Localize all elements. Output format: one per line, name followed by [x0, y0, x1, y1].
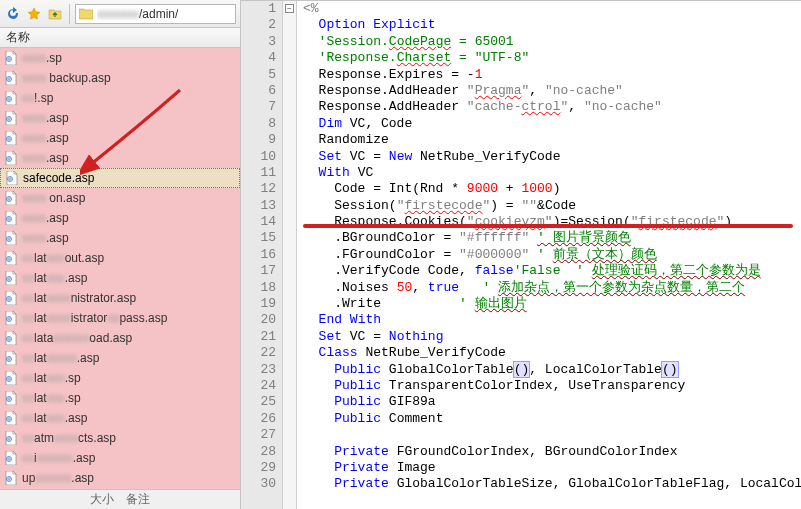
file-item[interactable]: xxxx.asp: [0, 208, 240, 228]
file-item[interactable]: xxxx.asp: [0, 128, 240, 148]
file-item[interactable]: xxxx on.asp: [0, 188, 240, 208]
code-line[interactable]: Randomize: [303, 132, 801, 148]
code-line[interactable]: Public Comment: [303, 411, 801, 427]
code-line[interactable]: Class NetRube_VerifyCode: [303, 345, 801, 361]
file-item[interactable]: xxlatxxxout.asp: [0, 248, 240, 268]
file-item[interactable]: xxlatxxxxistratorxxpass.asp: [0, 308, 240, 328]
code-line[interactable]: 'Response.Charset = "UTF-8": [303, 50, 801, 66]
status-bar: 大小 备注: [0, 489, 240, 509]
code-line[interactable]: Response.AddHeader "cache-ctrol", "no-ca…: [303, 99, 801, 115]
code-line[interactable]: End With: [303, 312, 801, 328]
file-item[interactable]: upxxxxxx.asp: [0, 468, 240, 488]
path-input[interactable]: xxxxxxx/admin/: [75, 4, 236, 24]
file-item[interactable]: xxlataxxxxxxoad.asp: [0, 328, 240, 348]
file-item[interactable]: xxixxxxxx.asp: [0, 448, 240, 468]
annotation-underline: [303, 224, 793, 228]
file-item[interactable]: xxlatxxxxnistrator.asp: [0, 288, 240, 308]
path-text: xxxxxxx/admin/: [97, 7, 178, 21]
file-explorer-panel: xxxxxxx/admin/ 名称 xxxx.spxxxx backup.asp…: [0, 0, 241, 509]
code-area[interactable]: <% Option Explicit 'Session.CodePage = 6…: [297, 1, 801, 509]
size-label: 大小: [90, 491, 114, 508]
code-line[interactable]: .Noises 50, true ' 添加杂点，第一个参数为杂点数量，第二个: [303, 280, 801, 296]
note-label: 备注: [126, 491, 150, 508]
column-header-name[interactable]: 名称: [0, 28, 240, 48]
code-line[interactable]: Set VC = Nothing: [303, 329, 801, 345]
refresh-icon[interactable]: [4, 5, 22, 23]
file-item[interactable]: xxlatxxx.sp: [0, 368, 240, 388]
code-line[interactable]: Public TransparentColorIndex, UseTranspa…: [303, 378, 801, 394]
code-line[interactable]: .BGroundColor = "#ffffff" ' 图片背景颜色: [303, 230, 801, 246]
file-item[interactable]: xx!.sp: [0, 88, 240, 108]
code-line[interactable]: Public GIF89a: [303, 394, 801, 410]
code-line[interactable]: Response.Expires = -1: [303, 67, 801, 83]
file-item-selected[interactable]: safecode.asp: [0, 168, 240, 188]
code-line[interactable]: [303, 427, 801, 443]
file-item[interactable]: xxxx.asp: [0, 148, 240, 168]
file-item[interactable]: xxlatxxx.sp: [0, 388, 240, 408]
fold-column[interactable]: −: [283, 1, 297, 509]
code-line[interactable]: Public GlobalColorTable(), LocalColorTab…: [303, 362, 801, 378]
code-line[interactable]: Session("firstecode") = ""&Code: [303, 198, 801, 214]
code-line[interactable]: Response.AddHeader "Pragma", "no-cache": [303, 83, 801, 99]
code-line[interactable]: <%: [303, 1, 801, 17]
code-line[interactable]: .Write ' 输出图片: [303, 296, 801, 312]
code-line[interactable]: .VerifyCode Code, false'False ' 处理验证码，第二…: [303, 263, 801, 279]
file-item[interactable]: xxlatxxxxx.asp: [0, 348, 240, 368]
code-line[interactable]: Private Image: [303, 460, 801, 476]
file-item[interactable]: xxxx backup.asp: [0, 68, 240, 88]
file-item[interactable]: xxlatxxx.asp: [0, 268, 240, 288]
star-icon[interactable]: [25, 5, 43, 23]
code-line[interactable]: .FGroundColor = "#000000" ' 前景（文本）颜色: [303, 247, 801, 263]
file-item[interactable]: xxatmxxxxcts.asp: [0, 428, 240, 448]
code-line[interactable]: Option Explicit: [303, 17, 801, 33]
file-item[interactable]: xxxx.sp: [0, 48, 240, 68]
code-editor[interactable]: 1234567891011121314151617181920212223242…: [241, 0, 801, 509]
app-window: xxxxxxx/admin/ 名称 xxxx.spxxxx backup.asp…: [0, 0, 801, 509]
code-line[interactable]: Response.Cookies("cookieyzm")=Session("f…: [303, 214, 801, 230]
file-item[interactable]: xxlatxxx.asp: [0, 408, 240, 428]
code-line[interactable]: Code = Int(Rnd * 9000 + 1000): [303, 181, 801, 197]
fold-toggle-icon[interactable]: −: [285, 4, 294, 13]
file-list[interactable]: xxxx.spxxxx backup.aspxx!.spxxxx.aspxxxx…: [0, 48, 240, 489]
code-line[interactable]: Dim VC, Code: [303, 116, 801, 132]
code-line[interactable]: Set VC = New NetRube_VerifyCode: [303, 149, 801, 165]
folder-up-icon[interactable]: [46, 5, 64, 23]
file-item[interactable]: xxxx.asp: [0, 228, 240, 248]
code-line[interactable]: With VC: [303, 165, 801, 181]
code-line[interactable]: Private GlobalColorTableSize, GlobalColo…: [303, 476, 801, 492]
file-item[interactable]: xxxx.asp: [0, 108, 240, 128]
explorer-toolbar: xxxxxxx/admin/: [0, 0, 240, 28]
line-gutter: 1234567891011121314151617181920212223242…: [241, 1, 283, 509]
code-line[interactable]: 'Session.CodePage = 65001: [303, 34, 801, 50]
code-line[interactable]: Private FGroundColorIndex, BGroundColorI…: [303, 444, 801, 460]
